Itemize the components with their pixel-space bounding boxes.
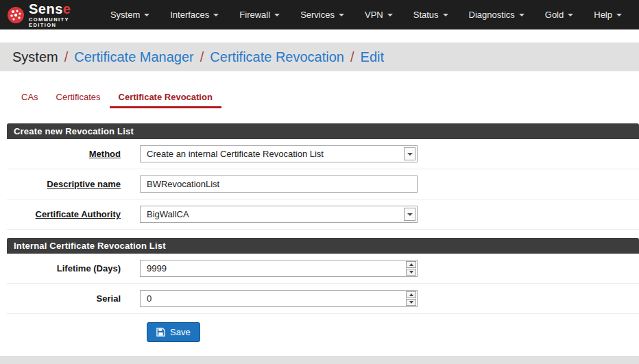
caret-down-icon bbox=[568, 14, 573, 16]
menu-status[interactable]: Status bbox=[403, 0, 459, 29]
breadcrumb-separator: / bbox=[350, 49, 354, 65]
main-menu: System Interfaces Firewall Services VPN … bbox=[100, 0, 632, 29]
panel-internal-certificate-revocation-list: Internal Certificate Revocation List Lif… bbox=[7, 238, 639, 314]
form-row-certificate-authority: Certificate Authority BigWallCA bbox=[7, 199, 639, 230]
caret-down-icon bbox=[339, 14, 344, 16]
form-row-method: Method Create an internal Certificate Re… bbox=[7, 139, 639, 169]
serial-stepper bbox=[140, 290, 418, 307]
breadcrumb-root: System bbox=[12, 49, 58, 65]
menu-interfaces[interactable]: Interfaces bbox=[160, 0, 229, 29]
breadcrumb-separator: / bbox=[200, 49, 204, 65]
footer-strip bbox=[0, 356, 639, 364]
breadcrumb-separator: / bbox=[64, 49, 69, 65]
brand-wordmark: Sense bbox=[29, 2, 82, 16]
form-actions: Save bbox=[147, 322, 639, 342]
pfsense-logo[interactable]: Sense COMMUNITY EDITION bbox=[7, 2, 82, 27]
menu-system[interactable]: System bbox=[100, 0, 160, 29]
menu-vpn[interactable]: VPN bbox=[354, 0, 403, 29]
tab-certificate-revocation[interactable]: Certificate Revocation bbox=[110, 88, 221, 108]
number-spinner bbox=[406, 291, 416, 306]
chevron-down-icon[interactable] bbox=[404, 208, 415, 221]
panel-create-new-revocation-list: Create new Revocation List Method Create… bbox=[7, 123, 639, 230]
menu-diagnostics[interactable]: Diagnostics bbox=[459, 0, 535, 29]
caret-down-icon bbox=[213, 14, 219, 16]
breadcrumb-link-certificate-manager[interactable]: Certificate Manager bbox=[74, 49, 194, 65]
menu-gold[interactable]: Gold bbox=[535, 0, 583, 29]
panel-title: Create new Revocation List bbox=[7, 123, 639, 139]
field-label-lifetime-days: Lifetime (Days) bbox=[7, 263, 121, 274]
brand-tagline: COMMUNITY EDITION bbox=[29, 17, 82, 27]
content-area: Create new Revocation List Method Create… bbox=[7, 123, 639, 342]
top-navbar: Sense COMMUNITY EDITION System Interface… bbox=[0, 0, 639, 29]
caret-down-icon bbox=[144, 14, 149, 16]
method-select[interactable]: Create an internal Certificate Revocatio… bbox=[140, 145, 418, 162]
panel-title: Internal Certificate Revocation List bbox=[7, 238, 639, 254]
tab-bar: CAs Certificates Certificate Revocation bbox=[12, 88, 639, 108]
tab-cas[interactable]: CAs bbox=[12, 88, 47, 108]
form-row-descriptive-name: Descriptive name bbox=[7, 169, 639, 199]
form-row-serial: Serial bbox=[7, 284, 639, 314]
tab-certificates[interactable]: Certificates bbox=[47, 88, 110, 108]
field-label-descriptive-name: Descriptive name bbox=[7, 179, 121, 189]
number-spinner bbox=[406, 261, 416, 276]
breadcrumb-link-edit[interactable]: Edit bbox=[361, 49, 384, 65]
lifetime-days-stepper bbox=[140, 260, 418, 277]
spinner-up-icon[interactable] bbox=[406, 261, 416, 268]
save-button[interactable]: Save bbox=[147, 322, 200, 342]
breadcrumb: System / Certificate Manager / Certifica… bbox=[0, 43, 639, 71]
field-label-serial: Serial bbox=[7, 293, 121, 304]
descriptive-name-input[interactable] bbox=[140, 175, 418, 193]
lifetime-days-input[interactable] bbox=[141, 263, 406, 274]
caret-down-icon bbox=[274, 14, 280, 16]
chevron-down-icon[interactable] bbox=[404, 147, 415, 160]
serial-input[interactable] bbox=[141, 293, 406, 304]
caret-down-icon bbox=[616, 14, 622, 16]
floppy-icon bbox=[156, 328, 165, 337]
breadcrumb-link-certificate-revocation[interactable]: Certificate Revocation bbox=[210, 49, 344, 65]
caret-down-icon bbox=[387, 14, 393, 16]
spinner-down-icon[interactable] bbox=[406, 269, 416, 276]
certificate-authority-select[interactable]: BigWallCA bbox=[140, 206, 418, 223]
form-row-lifetime-days: Lifetime (Days) bbox=[7, 254, 639, 284]
caret-down-icon bbox=[519, 14, 525, 16]
menu-help[interactable]: Help bbox=[583, 0, 632, 29]
pfsense-logo-icon bbox=[7, 6, 25, 24]
field-label-certificate-authority: Certificate Authority bbox=[7, 209, 121, 219]
caret-down-icon bbox=[443, 14, 448, 16]
menu-services[interactable]: Services bbox=[290, 0, 354, 29]
menu-firewall[interactable]: Firewall bbox=[229, 0, 290, 29]
field-label-method: Method bbox=[7, 149, 121, 159]
spinner-down-icon[interactable] bbox=[406, 299, 416, 306]
spinner-up-icon[interactable] bbox=[406, 291, 416, 298]
